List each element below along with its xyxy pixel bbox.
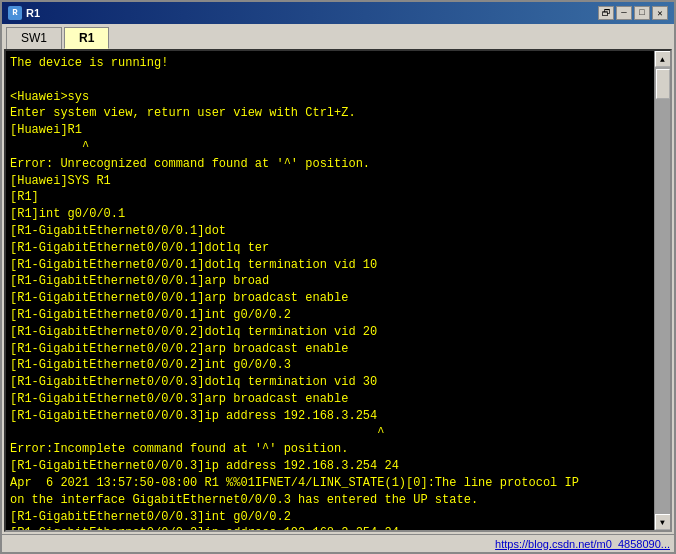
title-bar: R R1 🗗 — □ ✕ (2, 2, 674, 24)
terminal-output[interactable]: The device is running! <Huawei>sys Enter… (6, 51, 654, 530)
app-icon: R (8, 6, 22, 20)
maximize-button[interactable]: □ (634, 6, 650, 20)
minimize-button[interactable]: — (616, 6, 632, 20)
status-bar: https://blog.csdn.net/m0_4858090... (2, 534, 674, 552)
title-bar-left: R R1 (8, 6, 40, 20)
terminal-container: The device is running! <Huawei>sys Enter… (4, 49, 672, 532)
status-link[interactable]: https://blog.csdn.net/m0_4858090... (495, 538, 670, 550)
close-button[interactable]: ✕ (652, 6, 668, 20)
scrollbar[interactable]: ▲ ▼ (654, 51, 670, 530)
scrollbar-thumb[interactable] (656, 69, 670, 99)
tab-r1[interactable]: R1 (64, 27, 109, 49)
scrollbar-track[interactable] (655, 67, 671, 514)
tab-sw1[interactable]: SW1 (6, 27, 62, 49)
tab-bar: SW1 R1 (2, 24, 674, 49)
main-window: R R1 🗗 — □ ✕ SW1 R1 The device is runnin… (0, 0, 676, 554)
window-title: R1 (26, 7, 40, 19)
scroll-up-button[interactable]: ▲ (655, 51, 671, 67)
restore-button[interactable]: 🗗 (598, 6, 614, 20)
scroll-down-button[interactable]: ▼ (655, 514, 671, 530)
window-controls: 🗗 — □ ✕ (598, 6, 668, 20)
